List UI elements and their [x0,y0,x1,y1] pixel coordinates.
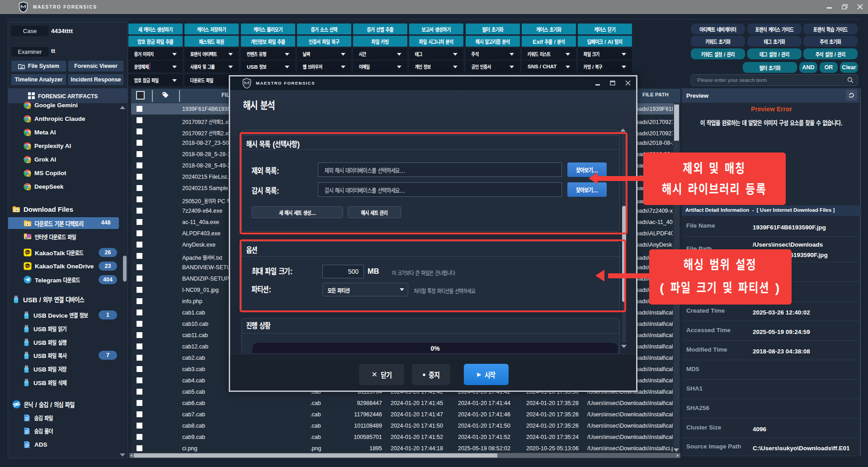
svg-text:18: 18 [20,66,23,68]
svg-text:TALK: TALK [25,252,30,253]
svg-text:TALK: TALK [25,265,30,267]
